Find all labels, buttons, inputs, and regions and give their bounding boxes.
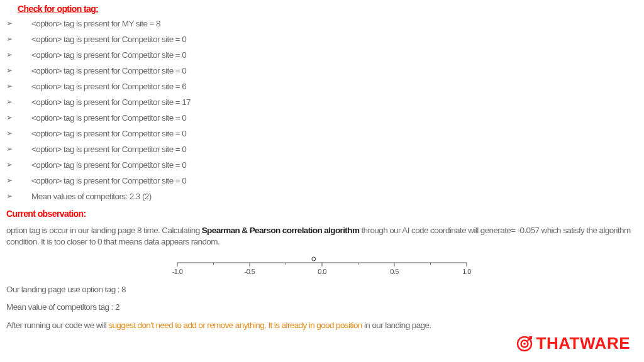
list-item: <option> tag is present for Competitor s…: [6, 32, 638, 48]
section-title: Check for option tag:: [18, 4, 638, 14]
list-item: Mean values of competitors: 2.3 (2): [6, 189, 638, 205]
list-item: <option> tag is present for Competitor s…: [6, 142, 638, 158]
competitor-mean-line: Mean value of competitors tag : 2: [6, 302, 638, 313]
svg-point-15: [312, 257, 316, 261]
list-item: <option> tag is present for MY site = 8: [6, 16, 638, 32]
list-item: <option> tag is present for Competitor s…: [6, 158, 638, 173]
svg-text:-0.5: -0.5: [245, 268, 255, 275]
list-item: <option> tag is present for Competitor s…: [6, 48, 638, 63]
list-item: <option> tag is present for Competitor s…: [6, 173, 638, 189]
suggest-text-highlight: suggest don't need to add or remove anyt…: [108, 321, 362, 330]
target-icon: [516, 336, 533, 352]
list-item: <option> tag is present for Competitor s…: [6, 95, 638, 111]
list-item: <option> tag is present for Competitor s…: [6, 63, 638, 79]
obs-text-bold: Spearman & Pearson correlation algorithm: [202, 226, 360, 235]
suggest-text-b: in our landing page.: [362, 321, 431, 330]
landing-count-line: Our landing page use option tag : 8: [6, 284, 638, 295]
suggestion-line: After running our code we will suggest d…: [6, 320, 638, 331]
svg-text:-1.0: -1.0: [172, 268, 183, 275]
svg-text:0.5: 0.5: [390, 268, 399, 275]
bullet-list: <option> tag is present for MY site = 8 …: [6, 16, 638, 205]
svg-text:0.0: 0.0: [318, 268, 326, 275]
brand-name: THATWARE: [536, 334, 630, 353]
obs-text-a: option tag is occur in our landing page …: [6, 226, 202, 235]
brand-logo: THATWARE: [516, 334, 630, 353]
svg-text:1.0: 1.0: [462, 268, 471, 275]
suggest-text-a: After running our code we will: [6, 321, 108, 330]
svg-point-18: [523, 343, 526, 345]
observation-paragraph: option tag is occur in our landing page …: [6, 225, 638, 248]
number-line-chart: -1.0 -0.5 0.0 0.5 1.0: [171, 254, 473, 277]
list-item: <option> tag is present for Competitor s…: [6, 79, 638, 95]
list-item: <option> tag is present for Competitor s…: [6, 126, 638, 142]
list-item: <option> tag is present for Competitor s…: [6, 111, 638, 126]
observation-title: Current observation:: [6, 209, 638, 219]
